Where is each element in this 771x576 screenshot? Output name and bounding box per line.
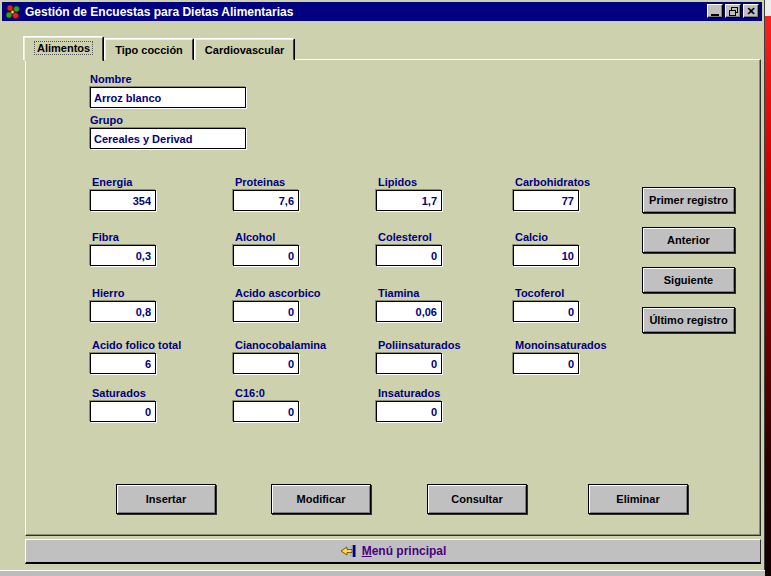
nutrient-field: Insaturados	[376, 387, 446, 422]
nutrient-field: Energia	[90, 176, 160, 211]
grupo-field: Grupo	[90, 114, 246, 149]
restore-icon	[729, 7, 738, 16]
tab-label: Cardiovascular	[205, 44, 284, 56]
nutrient-label: Acido folico total	[92, 339, 160, 351]
nutrient-input[interactable]	[376, 353, 442, 374]
grupo-input[interactable]	[90, 128, 246, 149]
close-icon: ✕	[746, 6, 755, 16]
minimize-button[interactable]	[707, 4, 723, 18]
nutrient-input[interactable]	[513, 190, 579, 211]
background-app-strip	[765, 0, 771, 576]
nav-button-3[interactable]: Último registro	[642, 307, 735, 333]
tab-label: Alimentos	[34, 41, 93, 55]
app-icon	[5, 4, 21, 20]
tab-cardiovascular[interactable]: Cardiovascular	[195, 39, 294, 60]
nombre-label: Nombre	[90, 73, 246, 85]
action-button-insertar[interactable]: Insertar	[116, 484, 216, 514]
nutrient-field: Colesterol	[376, 231, 446, 266]
nutrient-field: Carbohidratos	[513, 176, 583, 211]
nutrient-input[interactable]	[90, 190, 156, 211]
nombre-field: Nombre	[90, 73, 246, 108]
nutrient-input[interactable]	[513, 353, 579, 374]
nutrient-field: Monoinsaturados	[513, 339, 583, 374]
grupo-label: Grupo	[90, 114, 246, 126]
nutrient-label: Calcio	[515, 231, 583, 243]
tab-strip: AlimentosTipo cocciónCardiovascular	[24, 36, 296, 60]
close-button[interactable]: ✕	[743, 4, 759, 18]
nutrient-input[interactable]	[376, 401, 442, 422]
tab-alimentos[interactable]: Alimentos	[24, 37, 103, 61]
nutrient-field: Proteinas	[233, 176, 303, 211]
nutrient-field: Fibra	[90, 231, 160, 266]
nutrient-label: Colesterol	[378, 231, 446, 243]
nutrient-field: Alcohol	[233, 231, 303, 266]
nutrient-field: Acido ascorbico	[233, 287, 303, 322]
nutrient-label: Insaturados	[378, 387, 446, 399]
nav-button-1[interactable]: Anterior	[642, 227, 735, 253]
taskbar-edge	[0, 570, 765, 576]
nutrient-field: Hierro	[90, 287, 160, 322]
menu-accel: M	[362, 544, 372, 558]
nutrient-input[interactable]	[376, 301, 442, 322]
action-button-modificar[interactable]: Modificar	[271, 484, 371, 514]
restore-button[interactable]	[725, 4, 741, 18]
nutrient-label: Poliinsaturados	[378, 339, 446, 351]
nutrient-field: Tiamina	[376, 287, 446, 322]
nutrient-label: Tiamina	[378, 287, 446, 299]
window-controls: ✕	[705, 4, 759, 18]
window-title: Gestión de Encuestas para Dietas Aliment…	[25, 5, 293, 19]
nutrient-field: Tocoferol	[513, 287, 583, 322]
nav-button-0[interactable]: Primer registro	[642, 187, 735, 213]
nutrient-label: Saturados	[92, 387, 160, 399]
nutrient-label: Tocoferol	[515, 287, 583, 299]
nutrient-input[interactable]	[233, 301, 299, 322]
nutrient-label: Acido ascorbico	[235, 287, 303, 299]
nutrient-label: Proteinas	[235, 176, 303, 188]
status-bar: Menú principal	[25, 539, 761, 564]
tab-tipo-cocci-n[interactable]: Tipo cocción	[105, 39, 193, 60]
action-button-consultar[interactable]: Consultar	[427, 484, 527, 514]
menu-principal-link[interactable]: Menú principal	[362, 544, 447, 558]
nutrient-label: Cianocobalamina	[235, 339, 303, 351]
nutrient-label: Hierro	[92, 287, 160, 299]
nutrient-input[interactable]	[233, 190, 299, 211]
action-button-eliminar[interactable]: Eliminar	[588, 484, 688, 514]
nutrient-input[interactable]	[513, 301, 579, 322]
nutrient-field: Cianocobalamina	[233, 339, 303, 374]
title-bar: Gestión de Encuestas para Dietas Aliment…	[2, 2, 762, 21]
nutrient-label: Carbohidratos	[515, 176, 583, 188]
nombre-input[interactable]	[90, 87, 246, 108]
nutrient-input[interactable]	[376, 245, 442, 266]
menu-rest: enú principal	[372, 544, 447, 558]
nav-button-2[interactable]: Siguiente	[642, 267, 735, 293]
nutrient-field: Acido folico total	[90, 339, 160, 374]
nutrient-label: C16:0	[235, 387, 303, 399]
nutrient-input[interactable]	[90, 353, 156, 374]
nutrient-field: C16:0	[233, 387, 303, 422]
app-window: Gestión de Encuestas para Dietas Aliment…	[0, 0, 765, 570]
nutrient-field: Calcio	[513, 231, 583, 266]
nutrient-input[interactable]	[233, 353, 299, 374]
nutrient-input[interactable]	[90, 245, 156, 266]
nutrient-input[interactable]	[513, 245, 579, 266]
nutrient-label: Energia	[92, 176, 160, 188]
nutrient-input[interactable]	[233, 245, 299, 266]
nutrient-field: Saturados	[90, 387, 160, 422]
nutrient-input[interactable]	[376, 190, 442, 211]
nutrient-label: Monoinsaturados	[515, 339, 583, 351]
nutrient-field: Lipidos	[376, 176, 446, 211]
nutrient-label: Alcohol	[235, 231, 303, 243]
tab-label: Tipo cocción	[115, 44, 183, 56]
nutrient-field: Poliinsaturados	[376, 339, 446, 374]
minimize-icon	[711, 14, 719, 16]
nutrient-input[interactable]	[233, 401, 299, 422]
exit-door-icon	[340, 544, 357, 558]
nutrient-input[interactable]	[90, 301, 156, 322]
nutrient-label: Lipidos	[378, 176, 446, 188]
nutrient-input[interactable]	[90, 401, 156, 422]
nutrient-label: Fibra	[92, 231, 160, 243]
